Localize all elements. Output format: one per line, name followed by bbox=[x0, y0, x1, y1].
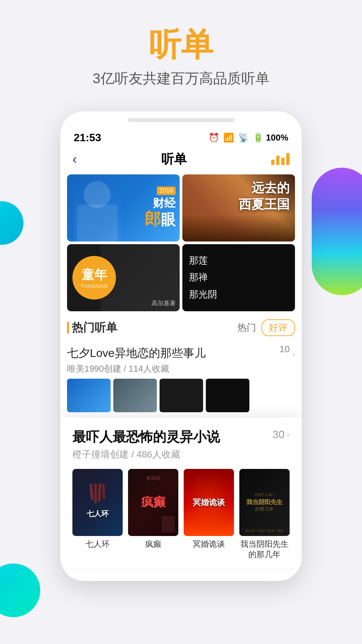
playlist-1-count: 10 bbox=[280, 344, 290, 355]
status-bar: 21:53 ⏰ 📶 📡 🔋 100% bbox=[60, 122, 302, 147]
signal-icon: 📡 bbox=[238, 132, 249, 143]
section-title-group: 热门听单 bbox=[67, 320, 117, 335]
year-badge: 2016 bbox=[157, 186, 176, 195]
bar4 bbox=[286, 153, 290, 165]
card4-line2: 那禅 bbox=[189, 269, 217, 286]
battery-indicator: 🔋 100% bbox=[253, 132, 288, 143]
playlist-2-chevron: › bbox=[287, 429, 290, 440]
bar-chart-icon bbox=[271, 153, 290, 165]
hot-section-header: 热门听单 热门 好评 bbox=[60, 314, 302, 340]
book-card-3[interactable]: 冥婚诡谈 冥婚诡谈 bbox=[184, 469, 234, 559]
featured-card-4[interactable]: 那莲 那禅 那光阴 bbox=[182, 244, 295, 311]
playlist-1-meta: 唯美1990创建 / 114人收藏 bbox=[67, 363, 295, 375]
status-icons: ⏰ 📶 📡 🔋 100% bbox=[208, 132, 288, 143]
decorative-blob-right bbox=[312, 168, 362, 295]
card2-text: 远去的 西夏王国 bbox=[239, 180, 290, 213]
card3-circle: 童年 TONGNIAN bbox=[72, 256, 116, 300]
filter-review-button[interactable]: 好评 bbox=[261, 319, 295, 336]
phone-notch bbox=[127, 118, 235, 122]
playlist-1-title: 七夕Love异地恋的那些事儿 bbox=[67, 345, 206, 361]
featured-card-2[interactable]: 远去的 西夏王国 bbox=[182, 174, 295, 241]
phone-mockup: 21:53 ⏰ 📶 📡 🔋 100% ‹ 听单 bbox=[60, 111, 302, 581]
book-card-1[interactable]: 七人环 七人环 bbox=[72, 469, 123, 559]
book-1-title: 七人环 bbox=[72, 539, 123, 549]
back-button[interactable]: ‹ bbox=[72, 152, 77, 167]
bar1 bbox=[271, 160, 275, 165]
bar2 bbox=[276, 156, 280, 165]
bottom-horror-card[interactable]: 最吓人最恐怖的灵异小说 橙子撞墙创建 / 486人收藏 30 › bbox=[60, 418, 302, 568]
playlist-thumb-1 bbox=[67, 379, 111, 412]
card3-author: 高尔基著 bbox=[152, 299, 176, 307]
books-grid: 七人环 七人环 青词词 疯癫 疯癫 bbox=[72, 469, 290, 559]
playlist-2-title: 最吓人最恐怖的灵异小说 bbox=[72, 428, 290, 446]
book-2-title: 疯癫 bbox=[128, 539, 178, 549]
sub-title: 3亿听友共建百万高品质听单 bbox=[0, 69, 362, 88]
book-card-2[interactable]: 青词词 疯癫 疯癫 bbox=[128, 469, 178, 559]
book-3-title: 冥婚诡谈 bbox=[184, 539, 234, 549]
book-cover-3: 冥婚诡谈 bbox=[184, 469, 234, 536]
playlist-item-1[interactable]: 七夕Love异地恋的那些事儿 10 › 唯美1990创建 / 114人收藏 bbox=[60, 340, 302, 418]
body-shape bbox=[77, 205, 117, 241]
head-shape bbox=[84, 181, 111, 208]
section-filter-group[interactable]: 热门 好评 bbox=[237, 319, 295, 336]
playlist-1-images bbox=[67, 379, 295, 412]
card4-text: 那莲 那禅 那光阴 bbox=[182, 244, 295, 311]
alarm-icon: ⏰ bbox=[208, 132, 219, 143]
book-cover-2: 青词词 疯癫 bbox=[128, 469, 178, 536]
playlist-2-count-area: 30 › bbox=[273, 428, 290, 441]
filter-hot-button[interactable]: 热门 bbox=[237, 321, 256, 334]
nav-title: 听单 bbox=[161, 151, 187, 168]
playlist-thumb-4 bbox=[206, 379, 249, 412]
chart-icon-button[interactable] bbox=[271, 153, 290, 165]
card1-text: 2016 财经 郎眼 bbox=[145, 186, 176, 229]
status-time: 21:53 bbox=[74, 131, 101, 144]
book-4-title: 我当阴阳先生的那几年 bbox=[239, 539, 290, 559]
section-accent-bar bbox=[67, 322, 69, 334]
wifi-icon: 📶 bbox=[223, 132, 234, 143]
featured-card-1[interactable]: 2016 财经 郎眼 bbox=[67, 174, 180, 241]
playlist-thumb-2 bbox=[113, 379, 157, 412]
featured-grid: 2016 财经 郎眼 远去的 西夏王国 童年 bbox=[60, 174, 302, 311]
main-title: 听单 bbox=[0, 27, 362, 62]
playlist-2-meta: 橙子撞墙创建 / 486人收藏 bbox=[72, 448, 290, 461]
app-nav-bar: ‹ 听单 bbox=[60, 147, 302, 174]
playlist-thumb-3 bbox=[160, 379, 203, 412]
card1-title: 财经 郎眼 bbox=[145, 196, 176, 229]
card4-line1: 那莲 bbox=[189, 252, 217, 269]
book-cover-4: 无知不入鬼门 我当阴阳先生 的那几年 张吃鱼 / 朱阳 / 鱼米 / 潜伏 bbox=[239, 469, 290, 536]
playlist-2-count: 30 bbox=[273, 428, 285, 441]
featured-card-3[interactable]: 童年 TONGNIAN 高尔基著 bbox=[67, 244, 180, 311]
decorative-blob-left-bottom bbox=[0, 564, 40, 617]
hot-section-title: 热门听单 bbox=[72, 320, 117, 335]
bar3 bbox=[281, 158, 285, 165]
book-cover-1: 七人环 bbox=[72, 469, 123, 536]
person-silhouette bbox=[74, 178, 121, 241]
card4-line3: 那光阴 bbox=[189, 286, 217, 303]
header-section: 听单 3亿听友共建百万高品质听单 bbox=[0, 0, 362, 101]
book-card-4[interactable]: 无知不入鬼门 我当阴阳先生 的那几年 张吃鱼 / 朱阳 / 鱼米 / 潜伏 我当… bbox=[239, 469, 290, 559]
playlist-1-chevron: › bbox=[292, 349, 295, 360]
decorative-blob-left-top bbox=[0, 201, 23, 245]
